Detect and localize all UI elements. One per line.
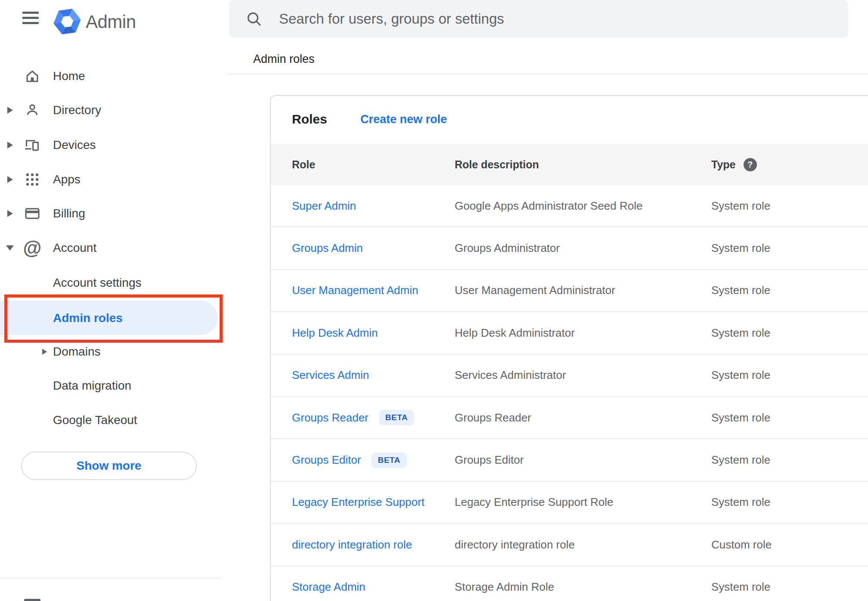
- sidebar-item-label: Domains: [53, 345, 100, 359]
- role-type: System role: [711, 439, 770, 480]
- role-description: Legacy Enterprise Support Role: [455, 482, 614, 523]
- at-sign-icon: @: [24, 239, 41, 257]
- role-link[interactable]: Groups Admin: [292, 242, 363, 255]
- admin-console-screen: Admin Home Directory Devices: [0, 0, 868, 601]
- sidebar-item-label: Devices: [53, 138, 96, 152]
- show-more-button[interactable]: Show more: [21, 452, 197, 480]
- role-type: System role: [711, 270, 770, 311]
- sidebar-item-domains[interactable]: Domains: [0, 335, 221, 369]
- sidebar-item-directory[interactable]: Directory: [0, 93, 221, 127]
- column-header-type: Type ?: [711, 144, 757, 185]
- beta-badge: BETA: [371, 452, 406, 468]
- sidebar-item-label: Billing: [53, 207, 85, 220]
- column-header-role: Role: [292, 144, 315, 185]
- role-type: System role: [711, 567, 770, 601]
- role-link[interactable]: User Management Admin: [292, 284, 418, 297]
- menu-hamburger-icon[interactable]: [22, 12, 39, 24]
- beta-badge: BETA: [379, 410, 414, 425]
- chevron-down-icon[interactable]: [6, 245, 14, 251]
- sidebar-item-devices[interactable]: Devices: [0, 128, 221, 162]
- header-divider: [227, 74, 868, 74]
- table-row: Legacy Enterprise Support Legacy Enterpr…: [271, 482, 868, 524]
- home-icon: [24, 68, 41, 85]
- role-description: Groups Editor: [455, 439, 524, 480]
- admin-logo-icon: [53, 7, 81, 36]
- role-description: Groups Reader: [455, 397, 531, 438]
- create-new-role-link[interactable]: Create new role: [360, 95, 447, 143]
- chevron-right-icon[interactable]: [7, 176, 13, 183]
- sidebar-item-account[interactable]: @ Account: [0, 231, 221, 265]
- role-link[interactable]: Storage Admin: [292, 580, 366, 594]
- sidebar-item-label: Data migration: [53, 379, 131, 393]
- role-type: System role: [711, 185, 770, 226]
- brand-title: Admin: [86, 12, 136, 32]
- table-row: Storage Admin Storage Admin Role System …: [271, 567, 868, 601]
- role-link[interactable]: Legacy Enterprise Support: [292, 496, 425, 509]
- table-row: Services Admin Services Administrator Sy…: [271, 355, 868, 397]
- chevron-right-icon[interactable]: [42, 349, 47, 355]
- credit-card-icon: [24, 205, 41, 222]
- column-header-description: Role description: [455, 144, 539, 185]
- table-row: directory integration role directory int…: [271, 524, 868, 566]
- role-type: System role: [711, 397, 770, 438]
- search-input[interactable]: Search for users, groups or settings: [279, 0, 504, 38]
- chevron-right-icon[interactable]: [7, 210, 13, 217]
- sidebar-divider: [0, 578, 221, 579]
- role-type: Custom role: [711, 524, 772, 565]
- role-description: Help Desk Administrator: [455, 312, 575, 353]
- table-row: Groups Editor BETA Groups Editor System …: [271, 439, 868, 481]
- card-title: Roles: [292, 95, 327, 143]
- role-type: System role: [711, 312, 770, 353]
- search-icon[interactable]: [245, 10, 263, 28]
- role-link[interactable]: Groups Editor: [292, 453, 361, 467]
- roles-table: Super Admin Google Apps Administrator Se…: [271, 185, 868, 601]
- apps-grid-icon: [24, 171, 41, 188]
- sidebar-item-label: Google Takeout: [53, 413, 137, 427]
- role-type: System role: [711, 227, 770, 269]
- table-row: Groups Reader BETA Groups Reader System …: [271, 397, 868, 439]
- sidebar-item-home[interactable]: Home: [0, 59, 221, 93]
- chevron-right-icon[interactable]: [7, 107, 13, 114]
- table-header: Role Role description Type ?: [271, 144, 868, 185]
- sidebar-item-data-migration[interactable]: Data migration: [0, 369, 221, 403]
- role-description: User Management Administrator: [455, 270, 615, 311]
- role-link[interactable]: Services Admin: [292, 369, 369, 382]
- table-row: Help Desk Admin Help Desk Administrator …: [271, 312, 868, 354]
- sidebar-item-label: Directory: [53, 103, 101, 117]
- help-icon[interactable]: ?: [744, 158, 757, 171]
- role-type: System role: [711, 482, 770, 523]
- sidebar-item-label: Account settings: [53, 276, 141, 290]
- role-link[interactable]: Groups Reader: [292, 411, 369, 424]
- role-link[interactable]: Help Desk Admin: [292, 326, 378, 340]
- table-row: User Management Admin User Management Ad…: [271, 270, 868, 312]
- devices-icon: [24, 136, 41, 154]
- sidebar-item-label: Home: [53, 69, 85, 83]
- sidebar-item-google-takeout[interactable]: Google Takeout: [0, 403, 221, 437]
- role-description: Storage Admin Role: [455, 567, 554, 601]
- role-link[interactable]: directory integration role: [292, 538, 412, 551]
- table-row: Groups Admin Groups Administrator System…: [271, 227, 868, 270]
- table-row: Super Admin Google Apps Administrator Se…: [271, 185, 868, 227]
- sidebar-item-label: Apps: [53, 173, 81, 186]
- role-type: System role: [711, 355, 770, 396]
- person-icon: [24, 102, 41, 119]
- role-description: Groups Administrator: [455, 227, 560, 269]
- chevron-right-icon[interactable]: [7, 142, 13, 149]
- sidebar-item-label: Account: [53, 241, 96, 255]
- sidebar-item-apps[interactable]: Apps: [0, 162, 221, 197]
- partial-sidebar-icon: [24, 599, 40, 601]
- sidebar-item-billing[interactable]: Billing: [0, 196, 221, 231]
- role-link[interactable]: Super Admin: [292, 199, 356, 213]
- role-description: Google Apps Administrator Seed Role: [455, 185, 642, 226]
- role-description: directory integration role: [455, 524, 575, 565]
- role-description: Services Administrator: [455, 355, 566, 396]
- breadcrumb: Admin roles: [253, 53, 315, 66]
